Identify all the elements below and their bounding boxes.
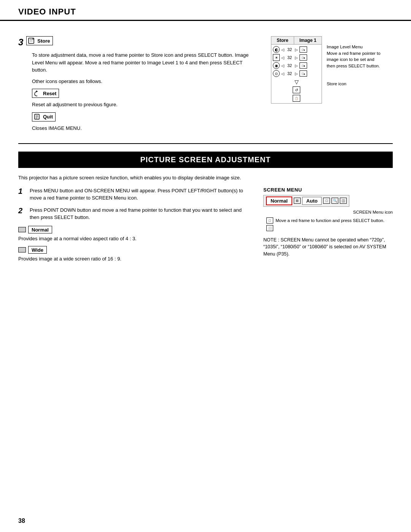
- menu-arrow-l-2: ◁: [281, 56, 284, 60]
- psa-intro: This projector has a picture screen resi…: [18, 174, 393, 182]
- menu-value-3: 32: [286, 63, 293, 68]
- wide-option-icon: [18, 247, 26, 252]
- psa-left: 1 Press MENU button and ON-SCREEN MENU w…: [18, 187, 252, 267]
- reset-label: Reset: [43, 91, 56, 96]
- screen-wide-icon: ⬜: [266, 225, 273, 231]
- menu-body: ◐ ◁ 32 ▷ □₁ ☀ ◁ 32 ▷ □₂: [271, 44, 322, 104]
- image-level-menu-mockup: Store Image 1 ◐ ◁ 32 ▷ □₁: [271, 36, 322, 104]
- psa-content: 1 Press MENU button and ON-SCREEN MENU w…: [18, 187, 393, 267]
- menu-icon-1: ◐: [273, 46, 280, 53]
- menu-value-1: 32: [286, 47, 293, 52]
- reset-desc: Reset all adjustment to previous figure.: [32, 101, 256, 109]
- menu-row-1: ◐ ◁ 32 ▷ □₁: [273, 46, 320, 53]
- quit-desc: Closes IMAGE MENU.: [32, 125, 256, 132]
- psa-right: SCREEN MENU Normal ⊞ Auto □ 🔍 ◫ SCREEN M…: [263, 187, 393, 267]
- normal-option: Normal Provides image at a normal video …: [18, 226, 252, 243]
- screen-menu-icon1: ⊞: [294, 198, 301, 204]
- psa-step-2: 2 Press POINT DOWN button and move a red…: [18, 206, 252, 221]
- quit-label: Quit: [43, 114, 53, 120]
- store-label: Store: [37, 38, 50, 44]
- menu-level-1: □₁: [299, 46, 307, 53]
- menu-icon-4: ⊙: [273, 70, 280, 77]
- psa-step-1: 1 Press MENU button and ON-SCREEN MENU w…: [18, 187, 252, 202]
- page-header: VIDEO INPUT: [0, 0, 411, 21]
- section-store: 3 Store To st: [18, 36, 393, 136]
- wide-desc: Provides image at a wide screen ratio of…: [18, 255, 252, 263]
- menu-arrow-r-2: ▷: [295, 56, 298, 60]
- page-number: 38: [18, 518, 25, 524]
- note-text: NOTE : SCREEN Menu cannot be operated wh…: [263, 236, 393, 258]
- menu-arrow-r-4: ▷: [295, 72, 298, 76]
- screen-menu-mockup: Normal ⊞ Auto □ 🔍 ◫: [263, 195, 349, 207]
- normal-label: Normal: [32, 227, 49, 233]
- content-area: 3 Store To st: [0, 21, 411, 282]
- quit-icon-label: Quit: [32, 112, 56, 121]
- psa-step-2-text: Press POINT DOWN button and move a red f…: [30, 206, 252, 221]
- step-3-content: To store adjustment data, move a red fra…: [32, 51, 256, 132]
- screen-auto-btn: Auto: [302, 197, 322, 205]
- menu-down-arrow: ▽: [273, 79, 320, 85]
- psa-title: PICTURE SCREEN ADJUSTMENT: [18, 152, 393, 168]
- screen-menu-icon3: 🔍: [331, 198, 338, 204]
- step-3-number: 3: [18, 37, 23, 48]
- menu-store-bottom: 📋: [273, 95, 320, 102]
- section-divider: [18, 143, 393, 144]
- quit-section: Quit Closes IMAGE MENU.: [32, 112, 256, 132]
- psa-section: PICTURE SCREEN ADJUSTMENT This projector…: [18, 152, 393, 267]
- menu-icon-3: ◉: [273, 62, 280, 69]
- menu-value-2: 32: [286, 55, 293, 60]
- store-icon-label: Store: [26, 36, 53, 45]
- menu-header-image: Image 1: [294, 37, 322, 44]
- wide-option: Wide Provides image at a wide screen rat…: [18, 246, 252, 263]
- quit-icon: [33, 113, 41, 120]
- section-store-left: 3 Store To st: [18, 36, 256, 136]
- menu-arrow-r-1: ▷: [295, 48, 298, 52]
- menu-row-3: ◉ ◁ 32 ▷ □₃: [273, 62, 320, 69]
- screen-menu-icon-annotation: SCREEN Menu icon: [266, 210, 393, 214]
- reset-section: Reset Reset all adjustment to previous f…: [32, 89, 256, 109]
- screen-menu-icon2: □: [323, 198, 330, 204]
- screen-menu-annotations: SCREEN Menu icon □ Move a red frame to f…: [266, 210, 393, 231]
- menu-icon-2: ☀: [273, 54, 280, 61]
- menu-header-store: Store: [271, 37, 294, 44]
- screen-normal-icon: □: [266, 217, 273, 224]
- wide-option-box: Wide: [28, 246, 47, 254]
- step-3-header: 3 Store: [18, 36, 256, 48]
- reset-icon-label: Reset: [32, 89, 59, 98]
- store-icon-annotation: Store icon: [327, 81, 380, 87]
- menu-level-3: □₃: [299, 62, 307, 69]
- menu-annotations: Image Level MenuMove a red frame pointer…: [327, 44, 380, 87]
- menu-reset-icon: ↺: [293, 86, 300, 93]
- svg-rect-1: [30, 39, 33, 40]
- store-icon: [27, 37, 36, 44]
- menu-level-4: □₄: [299, 70, 307, 77]
- normal-option-icon: [18, 227, 26, 232]
- page-title: VIDEO INPUT: [18, 7, 76, 16]
- screen-icon-row: □ Move a red frame to function and press…: [266, 217, 393, 224]
- svg-rect-2: [30, 41, 33, 42]
- menu-arrow-l-1: ◁: [281, 48, 284, 52]
- menu-row-2: ☀ ◁ 32 ▷ □₂: [273, 54, 320, 61]
- psa-step-1-number: 1: [18, 187, 26, 196]
- normal-option-box: Normal: [28, 226, 52, 233]
- section-store-right: Store Image 1 ◐ ◁ 32 ▷ □₁: [271, 36, 393, 136]
- menu-bottom-icons: ↺: [273, 86, 320, 93]
- screen-menu-title: SCREEN MENU: [263, 187, 393, 193]
- wide-label: Wide: [32, 247, 43, 253]
- menu-arrow-r-3: ▷: [295, 64, 298, 68]
- screen-normal-btn: Normal: [266, 197, 292, 205]
- menu-arrow-l-3: ◁: [281, 64, 284, 68]
- normal-desc: Provides image at a normal video aspect …: [18, 235, 252, 243]
- psa-step-2-number: 2: [18, 206, 26, 215]
- other-icons-label: Other icons operates as follows.: [32, 78, 256, 85]
- menu-level-2: □₂: [299, 54, 307, 61]
- menu-arrow-l-4: ◁: [281, 72, 284, 76]
- screen-move-annotation: Move a red frame to function and press S…: [276, 217, 384, 224]
- image-level-annotation: Image Level MenuMove a red frame pointer…: [327, 44, 380, 69]
- psa-step-1-text: Press MENU button and ON-SCREEN MENU wil…: [30, 187, 252, 202]
- store-body-text: To store adjustment data, move a red fra…: [32, 51, 256, 74]
- reset-icon: [33, 90, 41, 97]
- screen-menu-icon4: ◫: [340, 198, 347, 204]
- menu-row-4: ⊙ ◁ 32 ▷ □₄: [273, 70, 320, 77]
- menu-value-4: 32: [286, 71, 293, 76]
